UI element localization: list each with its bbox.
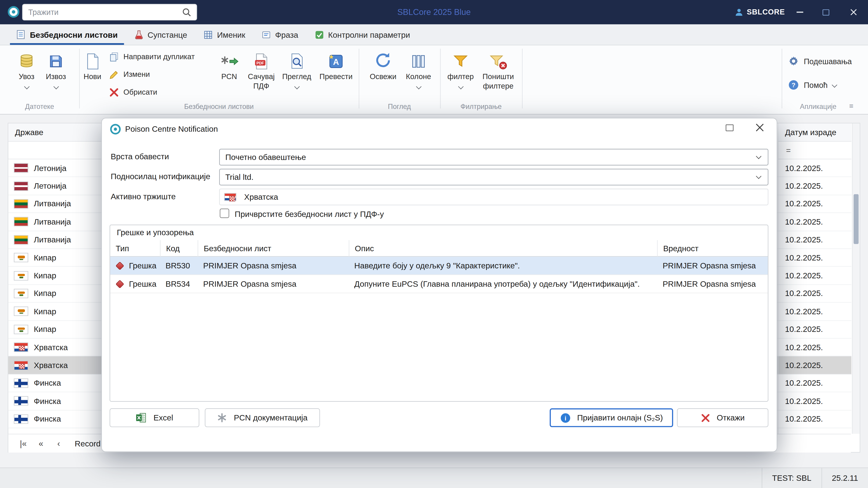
refresh-label: Освежи	[366, 72, 400, 81]
pcn-button[interactable]: PCN	[216, 48, 243, 81]
new-button[interactable]: Нови	[80, 48, 105, 81]
search-box[interactable]	[22, 4, 197, 20]
column-filter-country[interactable]	[8, 142, 102, 159]
submitter-select[interactable]: Trial ltd.	[219, 169, 768, 185]
preview-magnifier-icon	[281, 48, 312, 70]
table-row[interactable]: 10.2.2025.	[778, 357, 851, 375]
col-sds[interactable]: Безбедносни лист	[197, 240, 349, 257]
column-header-country[interactable]: Државе	[8, 123, 102, 142]
table-row[interactable]: 10.2.2025.	[778, 392, 851, 410]
error-diamond-icon	[116, 262, 124, 270]
submit-online-button[interactable]: i Пријавити онлајн (S₂S)	[550, 408, 673, 427]
columns-button[interactable]: Колоне	[403, 48, 434, 91]
tab-safety-data-sheets[interactable]: Безбедносни листови	[8, 24, 126, 45]
help-button[interactable]: ? Помоћ	[788, 80, 836, 90]
tab-directory[interactable]: Именик	[195, 24, 254, 45]
table-row[interactable]: 10.2.2025.	[778, 177, 851, 195]
active-market-field[interactable]: Хрватска	[219, 189, 768, 205]
col-code[interactable]: Код	[160, 240, 198, 257]
table-row[interactable]: 10.2.2025.	[778, 213, 851, 231]
filter-button[interactable]: филтер	[445, 48, 476, 91]
search-input[interactable]	[28, 6, 178, 18]
account-name[interactable]: SBLCORE	[747, 8, 785, 16]
dialog-close-button[interactable]	[755, 123, 765, 134]
app-logo-icon	[7, 5, 20, 20]
table-row[interactable]: 10.2.2025.	[778, 303, 851, 321]
table-row[interactable]: 10.2.2025.	[778, 267, 851, 285]
tab-control-parameters[interactable]: Контролни параметри	[307, 24, 418, 45]
flask-icon	[134, 30, 143, 39]
group-label-filtering: Филтрирање	[440, 103, 522, 111]
prev-page-button[interactable]: «	[36, 439, 46, 448]
country-name: Летонија	[34, 164, 66, 172]
excel-button[interactable]: Excel	[110, 408, 199, 427]
column-header-date[interactable]: Датум израде	[778, 123, 851, 142]
prev-record-button[interactable]: ‹	[54, 439, 64, 448]
settings-button[interactable]: Подешавања	[788, 56, 852, 66]
date-value: 10.2.2025.	[785, 271, 823, 280]
col-value[interactable]: Вредност	[657, 240, 768, 257]
table-row[interactable]: 10.2.2025.	[778, 285, 851, 303]
table-row[interactable]: 10.2.2025.	[778, 231, 851, 249]
maximize-icon	[823, 9, 829, 15]
vertical-scrollbar[interactable]	[852, 123, 860, 434]
duplicate-button[interactable]: Направити дупликат	[109, 48, 206, 65]
preview-button[interactable]: Преглед	[281, 48, 312, 91]
tab-label: Фраза	[275, 30, 298, 39]
refresh-button[interactable]: Освежи	[366, 48, 400, 81]
first-record-button[interactable]: |«	[18, 439, 28, 448]
active-market-value: Хрватска	[244, 193, 278, 201]
attach-sds-checkbox[interactable]	[220, 208, 229, 218]
edit-button[interactable]: Измени	[109, 66, 206, 83]
date-value: 10.2.2025.	[785, 325, 823, 334]
table-row[interactable]: 10.2.2025.	[778, 195, 851, 213]
save-pdf-button[interactable]: PDF Сачувај ПДФ	[244, 48, 278, 91]
country-name: Финска	[34, 397, 61, 405]
export-button[interactable]: Извоз	[42, 48, 70, 91]
table-row[interactable]: 10.2.2025.	[778, 249, 851, 267]
country-flag-icon	[14, 396, 28, 406]
edit-label: Измени	[123, 70, 150, 78]
column-filter-date[interactable]: =	[778, 142, 851, 159]
user-icon	[735, 8, 743, 19]
svg-text:?: ?	[792, 82, 796, 89]
dialog-maximize-button[interactable]	[726, 125, 734, 131]
close-button[interactable]	[839, 0, 868, 24]
table-row[interactable]: 10.2.2025.	[778, 321, 851, 338]
clear-filters-button[interactable]: Поништи филтере	[477, 48, 519, 91]
floppy-icon	[42, 48, 70, 70]
country-name: Литванија	[34, 217, 71, 226]
search-icon[interactable]	[182, 8, 192, 19]
group-options-icon[interactable]: ≡	[849, 102, 854, 110]
pcn-dialog: Poison Centre Notification Врста обавест…	[101, 118, 777, 452]
date-value: 10.2.2025.	[785, 235, 823, 244]
table-row[interactable]: 10.2.2025.	[778, 410, 851, 428]
chevron-down-icon	[24, 84, 29, 89]
new-document-icon	[80, 48, 105, 70]
minimize-button[interactable]	[787, 0, 813, 24]
cancel-button[interactable]: Откажи	[677, 408, 768, 427]
maximize-button[interactable]	[813, 0, 839, 24]
preview-label: Преглед	[281, 72, 312, 81]
translate-button[interactable]: А Превести	[317, 48, 355, 81]
col-type[interactable]: Тип	[110, 240, 160, 257]
pcn-documentation-button[interactable]: PCN документација	[205, 408, 320, 427]
table-row[interactable]: 10.2.2025.	[778, 375, 851, 392]
delete-button[interactable]: Обрисати	[109, 84, 206, 101]
tab-phrase[interactable]: Фраза	[254, 24, 307, 45]
error-row[interactable]: Грешка BR534 PRIMJER Opasna smjesa Допун…	[110, 275, 768, 293]
col-description[interactable]: Опис	[349, 240, 657, 257]
import-button[interactable]: Увоз	[13, 48, 40, 91]
table-row[interactable]: 10.2.2025.	[778, 159, 851, 177]
scrollbar-thumb[interactable]	[854, 194, 859, 244]
country-flag-icon	[14, 163, 28, 173]
cancel-button-label: Откажи	[717, 413, 745, 422]
date-value: 10.2.2025.	[785, 343, 823, 352]
tab-substances[interactable]: Супстанце	[126, 24, 195, 45]
country-flag-icon	[14, 361, 28, 370]
refresh-icon	[366, 48, 400, 70]
table-row[interactable]: 10.2.2025.	[778, 339, 851, 357]
notification-type-select[interactable]: Почетно обавештење	[219, 149, 768, 165]
clear-filters-label-1: Поништи	[477, 72, 519, 81]
error-row[interactable]: Грешка BR530 PRIMJER Opasna smjesa Навед…	[110, 257, 768, 275]
